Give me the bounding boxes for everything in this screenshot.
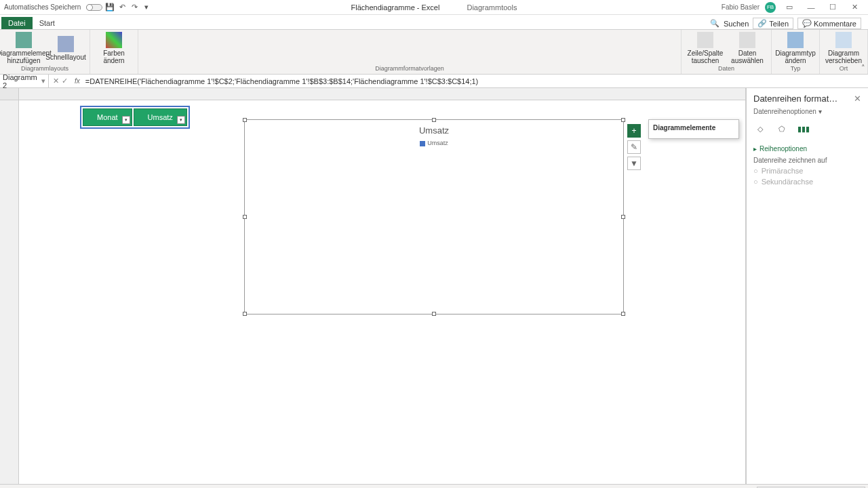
ribbon: Diagrammelement hinzufügen Schnelllayout… bbox=[0, 30, 868, 75]
chart[interactable]: Umsatz Umsatz + ✎ ▼ bbox=[244, 119, 624, 314]
change-colors-button[interactable]: Farben ändern bbox=[94, 32, 134, 64]
formula-bar: Diagramm 2▾ ✕ ✓ fx =DATENREIHE('Flächend… bbox=[0, 75, 868, 88]
group-label-styles: Diagrammformatvorlagen bbox=[142, 65, 677, 73]
autosave-toggle[interactable] bbox=[86, 4, 102, 11]
minimize-icon[interactable]: — bbox=[803, 1, 819, 14]
fx-icon[interactable]: fx bbox=[72, 77, 83, 85]
switch-row-col-button[interactable]: Zeile/Spalte tauschen bbox=[686, 32, 725, 64]
autosave-label: Automatisches Speichern bbox=[4, 3, 81, 11]
comments-button[interactable]: 💬 Kommentare bbox=[797, 18, 861, 29]
select-all-corner[interactable] bbox=[0, 88, 19, 100]
effects-icon[interactable]: ⬠ bbox=[775, 122, 789, 136]
qat-more-icon[interactable]: ▾ bbox=[142, 3, 151, 12]
file-title: Flächendiagramme - Excel bbox=[351, 3, 440, 12]
data-table[interactable]: Monat▾ Umsatz▾ bbox=[80, 106, 190, 129]
share-button[interactable]: 🔗 Teilen bbox=[753, 18, 793, 29]
close-icon[interactable]: ✕ bbox=[846, 1, 863, 14]
filter-icon[interactable]: ▾ bbox=[122, 116, 130, 124]
chart-styles-button[interactable]: ✎ bbox=[627, 140, 641, 154]
plot-on-label: Datenreihe zeichnen auf bbox=[753, 157, 861, 164]
group-label-data: Daten bbox=[686, 65, 767, 73]
context-tools-label: Diagrammtools bbox=[467, 3, 517, 12]
formula-input[interactable]: =DATENREIHE('Flächendiagramme 1'!$C$2;'F… bbox=[83, 76, 868, 87]
chart-elements-flyout: Diagrammelemente bbox=[648, 119, 739, 139]
search-label[interactable]: Suchen bbox=[724, 20, 749, 28]
flyout-title: Diagrammelemente bbox=[653, 124, 734, 131]
quick-layout-button[interactable]: Schnelllayout bbox=[46, 36, 85, 61]
format-pane: Datenreihen format…✕ Datenreihenoptionen… bbox=[746, 88, 868, 484]
user-name[interactable]: Fabio Basler bbox=[722, 3, 760, 11]
chart-legend[interactable]: Umsatz bbox=[245, 140, 623, 146]
chart-title[interactable]: Umsatz bbox=[245, 120, 623, 136]
titlebar: Automatisches Speichern 💾 ↶ ↷ ▾ Flächend… bbox=[0, 0, 868, 15]
primary-axis-radio: ○Primärachse bbox=[753, 167, 861, 175]
user-avatar[interactable]: FB bbox=[765, 2, 776, 13]
move-chart-button[interactable]: Diagramm verschieben bbox=[824, 32, 863, 64]
secondary-axis-radio: ○Sekundärachse bbox=[753, 178, 861, 186]
worksheet-grid[interactable]: Monat▾ Umsatz▾ Umsatz Umsatz + bbox=[0, 88, 746, 484]
cancel-formula-icon[interactable]: ✕ bbox=[53, 77, 59, 85]
group-label-layouts: Diagrammlayouts bbox=[4, 65, 85, 73]
save-icon[interactable]: 💾 bbox=[105, 3, 115, 12]
format-pane-title: Datenreihen format… bbox=[753, 94, 837, 104]
group-label-type: Typ bbox=[776, 65, 815, 73]
close-pane-icon[interactable]: ✕ bbox=[854, 94, 861, 104]
select-data-button[interactable]: Daten auswählen bbox=[728, 32, 767, 64]
series-options-header[interactable]: ▸ Reihenoptionen bbox=[753, 145, 861, 152]
redo-icon[interactable]: ↷ bbox=[130, 3, 139, 12]
filter-icon[interactable]: ▾ bbox=[177, 116, 185, 124]
add-chart-element-button[interactable]: Diagrammelement hinzufügen bbox=[4, 32, 43, 64]
tab-start[interactable]: Start bbox=[33, 17, 62, 29]
chart-elements-button[interactable]: + bbox=[627, 124, 641, 138]
fill-line-icon[interactable]: ◇ bbox=[753, 122, 767, 136]
accept-formula-icon[interactable]: ✓ bbox=[62, 77, 68, 85]
format-pane-subtitle[interactable]: Datenreihenoptionen ▾ bbox=[753, 108, 861, 115]
search-icon[interactable]: 🔍 bbox=[710, 19, 719, 28]
table-header-month[interactable]: Monat▾ bbox=[83, 108, 132, 126]
ribbon-tabs: Datei Start 🔍 Suchen 🔗 Teilen 💬 Kommenta… bbox=[0, 15, 868, 30]
sheet-tab-bar: ◂▸ ⊕ bbox=[0, 484, 868, 488]
series-options-icon[interactable]: ▮▮▮ bbox=[797, 122, 810, 136]
collapse-ribbon-icon[interactable]: ˄ bbox=[861, 64, 865, 73]
maximize-icon[interactable]: ☐ bbox=[825, 1, 841, 14]
group-label-loc: Ort bbox=[824, 65, 863, 73]
undo-icon[interactable]: ↶ bbox=[117, 3, 127, 12]
change-chart-type-button[interactable]: Diagrammtyp ändern bbox=[776, 32, 815, 64]
chart-filters-button[interactable]: ▼ bbox=[627, 157, 641, 170]
tab-file[interactable]: Datei bbox=[1, 17, 33, 29]
ribbon-mode-icon[interactable]: ▭ bbox=[781, 1, 797, 14]
table-header-revenue[interactable]: Umsatz▾ bbox=[134, 108, 187, 126]
